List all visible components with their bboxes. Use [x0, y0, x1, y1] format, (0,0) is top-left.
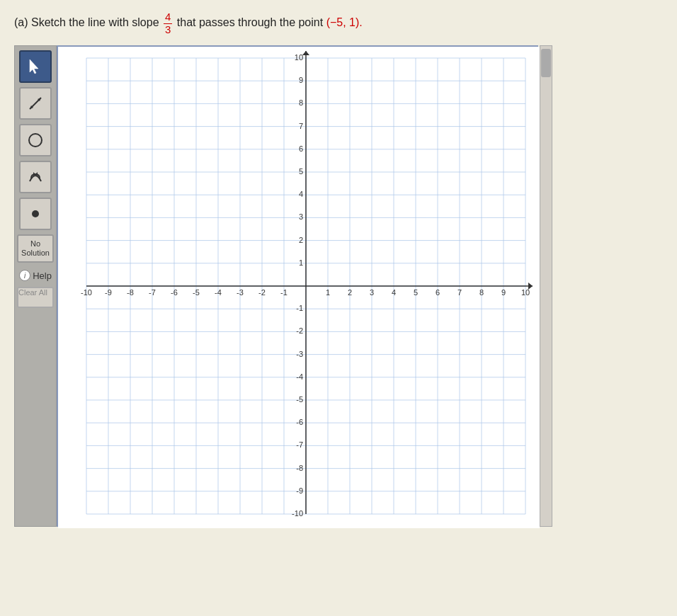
- line-tool[interactable]: [19, 87, 52, 120]
- slope-numerator: 4: [164, 11, 172, 24]
- no-solution-button[interactable]: NoSolution: [17, 234, 54, 263]
- svg-marker-0: [30, 59, 38, 74]
- toolbar: NoSolution i Help Clear All: [14, 45, 57, 527]
- select-tool[interactable]: [19, 50, 52, 83]
- scroll-thumb[interactable]: [541, 49, 551, 77]
- workspace: NoSolution i Help Clear All: [14, 45, 663, 527]
- slope-fraction: 4 3: [162, 16, 177, 28]
- parabola-tool[interactable]: [19, 161, 52, 193]
- parabola-icon: [25, 167, 45, 187]
- slope-denominator: 3: [164, 24, 172, 36]
- circle-icon: [25, 130, 45, 150]
- help-icon: i: [19, 270, 30, 281]
- problem-statement: (a) Sketch the line with slope 4 3 that …: [14, 11, 663, 35]
- cursor-icon: [25, 57, 45, 76]
- scrollbar[interactable]: [540, 45, 552, 527]
- no-solution-label: NoSolution: [21, 239, 50, 258]
- svg-point-7: [32, 210, 39, 217]
- point-icon: [25, 204, 45, 224]
- grid-canvas: [58, 47, 540, 528]
- clear-label: Clear All: [18, 288, 47, 297]
- clear-all-button[interactable]: Clear All: [17, 287, 54, 308]
- problem-suffix: that passes through the point: [177, 16, 323, 28]
- graph-area[interactable]: [57, 45, 538, 527]
- line-icon: [25, 93, 45, 113]
- problem-point: (−5, 1).: [326, 16, 363, 28]
- help-label: Help: [33, 270, 52, 281]
- problem-prefix: (a) Sketch the line with slope: [14, 16, 159, 28]
- svg-point-4: [29, 134, 42, 147]
- help-button[interactable]: i Help: [19, 270, 52, 281]
- circle-tool[interactable]: [19, 124, 52, 156]
- point-tool[interactable]: [19, 198, 52, 230]
